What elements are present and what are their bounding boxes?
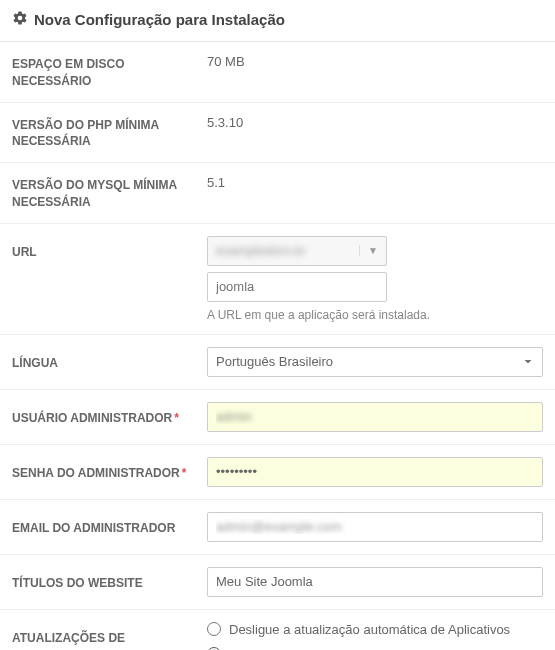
gears-icon	[12, 10, 28, 29]
row-admin-pass: SENHA DO ADMINISTRADOR*	[0, 445, 555, 500]
url-hint: A URL em que a aplicação será instalada.	[207, 308, 543, 322]
row-admin-user: USUÁRIO ADMINISTRADOR*	[0, 390, 555, 445]
url-domain-select[interactable]: exampledom.br ▼	[207, 236, 387, 266]
label-url: URL	[12, 236, 207, 261]
label-admin-email: EMAIL DO ADMINISTRADOR	[12, 512, 207, 537]
chevron-down-icon: ▼	[359, 245, 378, 256]
page-title: Nova Configuração para Instalação	[34, 11, 285, 28]
value-php-version: 5.3.10	[207, 115, 555, 130]
value-disk-space: 70 MB	[207, 54, 555, 69]
row-mysql-version: VERSÃO DO MYSQL MÍNIMA NECESSÁRIA 5.1	[0, 163, 555, 224]
label-site-title: TÍTULOS DO WEBSITE	[12, 567, 207, 592]
label-updates: ATUALIZAÇÕES DE APLICATIVOS	[12, 622, 207, 650]
update-option-0[interactable]: Desligue a atualização automática de Apl…	[207, 622, 543, 637]
value-mysql-version: 5.1	[207, 175, 555, 190]
required-asterisk: *	[174, 411, 179, 425]
admin-user-input[interactable]	[207, 402, 543, 432]
updates-radio-group: Desligue a atualização automática de Apl…	[207, 622, 543, 650]
site-title-input[interactable]	[207, 567, 543, 597]
language-select[interactable]: Português Brasileiro	[207, 347, 543, 377]
admin-pass-input[interactable]	[207, 457, 543, 487]
url-path-input[interactable]	[207, 272, 387, 302]
update-radio-0[interactable]	[207, 622, 221, 636]
required-asterisk: *	[182, 466, 187, 480]
label-language: LÍNGUA	[12, 347, 207, 372]
row-disk-space: ESPAÇO EM DISCO NECESSÁRIO 70 MB	[0, 42, 555, 103]
label-admin-user: USUÁRIO ADMINISTRADOR*	[12, 402, 207, 427]
row-php-version: VERSÃO DO PHP MÍNIMA NECESSÁRIA 5.3.10	[0, 103, 555, 164]
row-updates: ATUALIZAÇÕES DE APLICATIVOS Desligue a a…	[0, 610, 555, 650]
label-mysql-version: VERSÃO DO MYSQL MÍNIMA NECESSÁRIA	[12, 175, 207, 211]
label-php-version: VERSÃO DO PHP MÍNIMA NECESSÁRIA	[12, 115, 207, 151]
row-site-title: TÍTULOS DO WEBSITE	[0, 555, 555, 610]
row-admin-email: EMAIL DO ADMINISTRADOR	[0, 500, 555, 555]
row-language: LÍNGUA Português Brasileiro	[0, 335, 555, 390]
admin-email-input[interactable]	[207, 512, 543, 542]
row-url: URL exampledom.br ▼ A URL em que a aplic…	[0, 224, 555, 335]
url-domain-value: exampledom.br	[216, 243, 306, 258]
label-admin-pass: SENHA DO ADMINISTRADOR*	[12, 457, 207, 482]
label-disk-space: ESPAÇO EM DISCO NECESSÁRIO	[12, 54, 207, 90]
update-label-0: Desligue a atualização automática de Apl…	[229, 622, 510, 637]
page-header: Nova Configuração para Instalação	[0, 0, 555, 42]
